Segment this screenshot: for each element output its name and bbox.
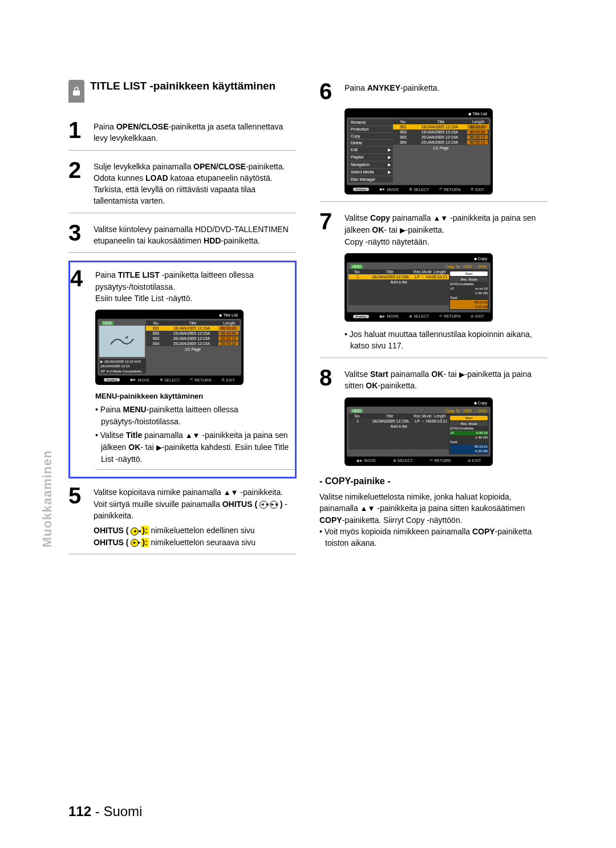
- step-number-5: 5: [68, 484, 94, 507]
- step-number-8: 8: [319, 366, 345, 389]
- step-1-text: Paina OPEN/CLOSE-painiketta ja aseta tal…: [94, 119, 297, 144]
- divider: [68, 554, 297, 554]
- step-8-text: Valitse Start painamalla OK- tai ▶-paini…: [345, 366, 548, 392]
- osd-title-list-screenshot: Title List HDD ▶ 18/JAN/2005 12:15 AVS 1…: [95, 310, 244, 385]
- osd-preview-image: [99, 326, 145, 357]
- menu-bullet-2: Valitse Title painamalla ▲▼ -painikkeita…: [95, 429, 295, 465]
- copy-section-bullet: Voit myös kopioida nimikkeen painamalla …: [319, 526, 548, 549]
- divider: [68, 150, 297, 151]
- step-number-7: 7: [319, 210, 345, 233]
- step-3-text: Valitse kiintolevy painamalla HDD/DVD-TA…: [94, 221, 297, 247]
- divider: [68, 252, 297, 253]
- osd-copy-screenshot-2: Copy HDDCopy To : HDD → DVD No.TitleRec.…: [345, 397, 493, 466]
- menu-subheading: MENU-painikkeen käyttäminen: [95, 392, 295, 400]
- step-4-highlight: 4 Paina TITLE LIST -painiketta laitteen …: [68, 261, 297, 478]
- step-6-text: Paina ANYKEY-painiketta.: [345, 80, 548, 94]
- step-number-2: 2: [68, 159, 94, 181]
- menu-bullet-1: Paina MENU-painiketta laitteen ollessa p…: [95, 404, 295, 427]
- copy-section-text: Valitse nimikeluettelosta nimike, jonka …: [319, 491, 548, 526]
- step-4-text: Paina TITLE LIST -painiketta laitteen ol…: [95, 267, 295, 304]
- step-7-text: Valitse Copy painamalla ▲▼ -painikkeita …: [345, 210, 548, 247]
- title-list-icon: [68, 80, 84, 103]
- sidebar-section-label: Muokkaaminen: [40, 450, 55, 547]
- divider: [319, 201, 548, 202]
- divider: [95, 469, 295, 470]
- page-footer: 112 - Suomi: [68, 804, 142, 819]
- copy-section-heading: - COPY-painike -: [319, 476, 548, 486]
- divider: [319, 358, 548, 358]
- osd-anykey-menu-screenshot: Title List RenameProtectionCopyDeleteEdi…: [345, 108, 493, 194]
- section-title: TITLE LIST -painikkeen käyttäminen: [90, 80, 275, 92]
- step-number-1: 1: [68, 119, 94, 141]
- step-number-3: 3: [68, 221, 94, 244]
- step-2-text: Sulje levykelkka painamalla OPEN/CLOSE-p…: [94, 159, 297, 207]
- step-number-6: 6: [319, 80, 345, 103]
- osd-copy-screenshot-1: Copy HDDCopy To : HDD → DVD No.TitleRec.…: [345, 253, 493, 322]
- step-number-4: 4: [70, 267, 95, 290]
- step-7-note: Jos haluat muuttaa tallennustilaa kopioi…: [345, 328, 548, 352]
- step-5-text: Valitse kopioitava nimike painamalla ▲▼ …: [94, 484, 297, 548]
- divider: [68, 213, 297, 213]
